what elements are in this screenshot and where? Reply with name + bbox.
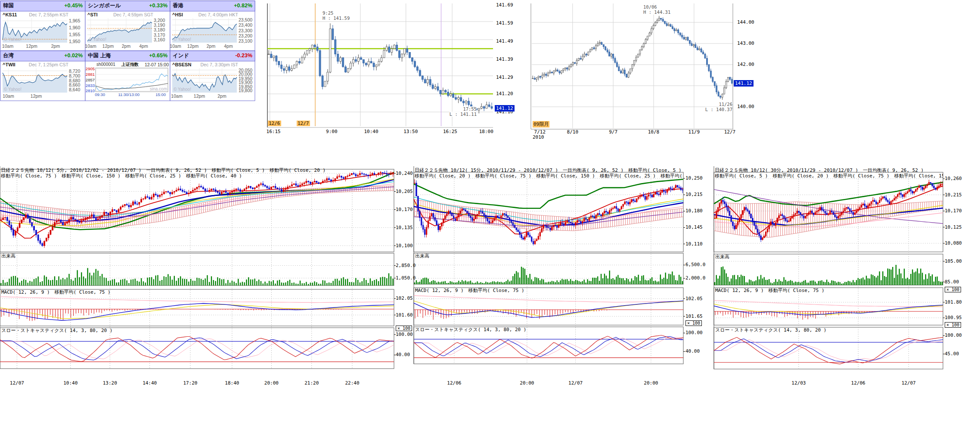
- axis-label: 2,000.0: [685, 276, 705, 281]
- axis-label: 100.00: [396, 332, 413, 338]
- market-name-label: 韓国: [3, 3, 14, 9]
- price-axis-label: 141.59: [496, 21, 513, 26]
- tech-chart-1: [414, 166, 685, 364]
- axis-label: 23,100: [239, 38, 252, 43]
- time-axis-label: 10:40: [364, 129, 378, 135]
- axis-label: 2833: [86, 84, 95, 88]
- time-axis-label: 16:15: [267, 129, 281, 135]
- macd-pane-label: MACD( 12, 26, 9 ) 移動平均( Close, 75 ): [415, 288, 524, 294]
- yahoo-watermark: © Yahoo!: [174, 37, 191, 42]
- time-axis-label: 21:20: [304, 381, 319, 386]
- chart-title-line2: 移動平均( Close, 75 ) 移動平均( Close, 150 ) 移動平…: [1, 173, 242, 179]
- axis-label: 1,960: [69, 25, 80, 30]
- ticker-symbol: ^STI: [87, 12, 98, 18]
- time-axis-label: 10:40: [63, 381, 78, 386]
- time-axis-label: 4pm: [139, 43, 148, 49]
- axis-label: 85.00: [945, 279, 959, 285]
- axis-label: 40.00: [685, 349, 700, 354]
- time-axis-label: 09:30: [95, 93, 105, 97]
- date-axis-label: 8/10: [567, 130, 579, 135]
- axis-label: 3,200: [154, 18, 165, 23]
- last-price-box: 141.12: [734, 80, 754, 87]
- axis-label: 1,050.0: [396, 276, 416, 281]
- quote-timestamp: 12-07 15:00: [145, 62, 169, 67]
- time-axis-label: 12pm: [187, 43, 198, 49]
- market-name-label: シンガポール: [88, 3, 121, 9]
- date-axis-label: 11/9: [688, 130, 700, 135]
- yahoo-watermark: © Yahoo!: [174, 87, 191, 92]
- ticker-symbol: ^KS11: [3, 12, 17, 18]
- macd-pane-label: MACD( 12, 26, 9 ) 移動平均( Close, 75 ): [1, 290, 111, 295]
- time-axis-label: 12pm: [194, 93, 205, 99]
- sina-watermark: sina.com: [150, 87, 167, 92]
- yahoo-watermark: © Yahoo!: [89, 37, 106, 42]
- axis-label: 23,200: [239, 33, 252, 38]
- time-axis-label: 18:00: [479, 129, 493, 135]
- axis-label: 2,850.0: [396, 263, 416, 269]
- axis-label: 10,110: [685, 242, 703, 247]
- price-axis-label: 144.00: [737, 20, 754, 25]
- daily-chart: [531, 3, 733, 129]
- market-change-label: +0.45%: [64, 3, 83, 9]
- time-axis-label: 18:40: [225, 381, 239, 386]
- axis-label: 10,205: [396, 189, 413, 195]
- axis-label: 6,500.0: [685, 262, 705, 268]
- axis-label: 10,170: [396, 207, 413, 213]
- axis-label: 1,955: [69, 32, 80, 37]
- quote-timestamp: Dec 7, 4:59pm SGT: [113, 12, 153, 17]
- price-axis-label: 141.29: [496, 75, 513, 81]
- time-axis-label: 2pm: [122, 43, 130, 49]
- time-axis-label: 12pm: [31, 93, 42, 99]
- axis-label: 3,170: [154, 32, 165, 37]
- axis-label: 23,500: [239, 17, 252, 22]
- axis-label: 101.60: [396, 313, 413, 318]
- time-axis-label: 10am: [3, 93, 14, 99]
- time-axis-label: 12/06: [447, 381, 461, 386]
- time-axis-label: 20:00: [520, 381, 534, 386]
- macd-pane-label: MACD( 12, 26, 9 ) 移動平均( Close, 75 ): [715, 288, 825, 294]
- axis-label: 100.00: [945, 333, 962, 338]
- time-axis-label: 12pm: [102, 43, 114, 49]
- axis-label: 10,215: [685, 192, 703, 198]
- chart-title-line2: 移動平均( Close, 20 ) 移動平均( Close, 75 ) 移動平均…: [415, 173, 683, 179]
- time-axis-label: 14:40: [143, 381, 157, 386]
- axis-label: 102.05: [685, 296, 703, 302]
- price-axis-label: 140.00: [737, 104, 754, 110]
- time-axis-label: 4pm: [224, 43, 233, 49]
- time-axis-label: 12/06: [851, 381, 865, 386]
- low-annotation: L : 140.37: [705, 107, 732, 112]
- volume-pane-label: 出来高: [415, 254, 429, 259]
- axis-label: 100.95: [945, 315, 962, 321]
- axis-label: 45.00: [945, 351, 959, 357]
- axis-label: 100.00: [685, 330, 703, 336]
- market-name-label: インド: [173, 53, 189, 59]
- time-axis-label: 13:20: [103, 381, 117, 386]
- quote-timestamp: Dec 7, 2:55pm KST: [29, 12, 68, 17]
- tech-chart-header: 日経２２５先物 10/12( 30分, 2010/11/29 - 2010/12…: [715, 167, 943, 179]
- price-axis-label: 141.49: [496, 39, 513, 44]
- time-axis-label: 12/07: [568, 381, 583, 386]
- axis-label: 10,180: [685, 208, 703, 214]
- volume-pane-label: 出来高: [715, 254, 729, 260]
- ticker-symbol: ^BSESN: [172, 62, 191, 68]
- quote-timestamp: Dec 7, 3:30pm IST: [200, 62, 238, 67]
- last-price-box: 141.12: [495, 105, 515, 112]
- market-change-label: +0.82%: [234, 3, 252, 9]
- low-annotation: L : 141.11: [450, 112, 477, 117]
- time-axis-label: 10am: [85, 43, 96, 49]
- axis-label: 3,160: [154, 37, 165, 42]
- axis-label: 23,300: [239, 28, 252, 33]
- tech-chart-header: 日経２２５先物 10/12( 5分, 2010/12/02 - 2010/12/…: [1, 167, 394, 179]
- market-change-label: +0.33%: [149, 3, 167, 9]
- axis-label: 10,260: [945, 176, 962, 182]
- axis-label: 2810: [86, 89, 95, 93]
- time-axis-label: 16:25: [443, 129, 457, 135]
- time-axis-label: 12pm: [26, 43, 37, 49]
- axis-label: 105.00: [945, 259, 962, 264]
- axis-label: 23,400: [239, 22, 252, 28]
- axis-label: 10,100: [396, 243, 413, 249]
- time-axis-label: 9:00: [326, 129, 338, 135]
- multiplier-badge: × 100: [945, 322, 961, 328]
- tech-chart-0: [0, 166, 396, 369]
- ticker-symbol: sh000001: [96, 62, 115, 67]
